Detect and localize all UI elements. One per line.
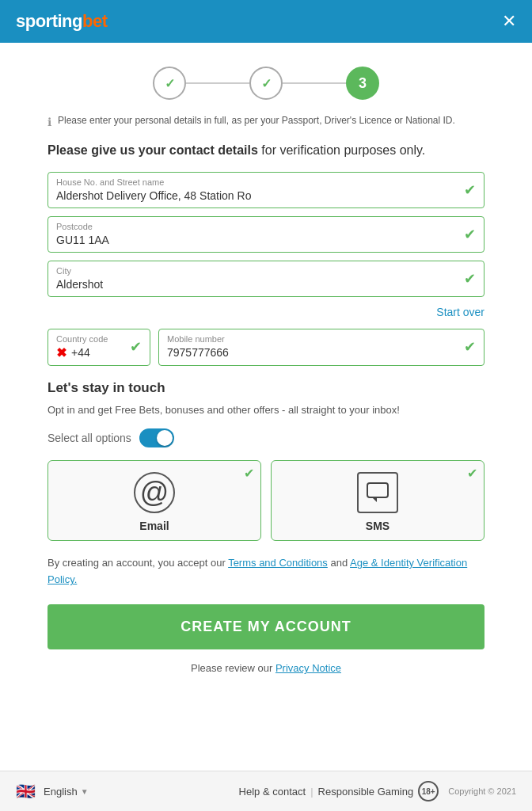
city-check-icon: ✔ — [464, 270, 476, 287]
info-box: ℹ Please enter your personal details in … — [48, 114, 484, 131]
responsible-gaming-link[interactable]: Responsible Gaming — [318, 786, 414, 798]
copyright: Copyright © 2021 — [448, 786, 516, 796]
sms-label: SMS — [366, 520, 390, 532]
stay-touch-text: Opt in and get Free Bets, bonuses and ot… — [48, 402, 484, 418]
select-all-row: Select all options — [48, 428, 484, 447]
step-3-label: 3 — [359, 75, 367, 92]
email-icon: @ — [134, 472, 175, 513]
address-field[interactable]: House No. and Street name Aldershot Deli… — [48, 172, 484, 208]
mobile-number-label: Mobile number — [167, 334, 455, 344]
country-code-value: +44 — [71, 346, 90, 359]
start-over-container: Start over — [48, 305, 484, 319]
address-value: Aldershot Delivery Office, 48 Station Ro — [56, 189, 251, 202]
language-label: English — [44, 786, 78, 798]
svg-rect-0 — [367, 483, 388, 497]
address-check-icon: ✔ — [464, 181, 476, 199]
step-2-checkmark: ✓ — [261, 76, 272, 91]
contact-heading-bold: Please give us your contact details — [48, 143, 258, 157]
step-3: 3 — [346, 67, 379, 100]
privacy-text: Please review our Privacy Notice — [48, 662, 484, 674]
select-all-label: Select all options — [48, 432, 131, 444]
help-contact-link[interactable]: Help & contact — [239, 786, 306, 798]
privacy-link[interactable]: Privacy Notice — [276, 662, 341, 674]
toggle-knob — [157, 430, 173, 446]
info-text: Please enter your personal details in fu… — [58, 114, 455, 128]
contact-options: ✔ @ Email ✔ SMS — [48, 460, 484, 541]
select-all-toggle[interactable] — [139, 428, 174, 447]
start-over-link[interactable]: Start over — [436, 306, 484, 318]
x-flag-icon: ✖ — [56, 345, 66, 360]
terms-text: By creating an account, you accept our T… — [48, 555, 484, 588]
stay-touch-heading: Let's stay in touch — [48, 380, 484, 396]
city-value: Aldershot — [56, 278, 103, 291]
step-line-2 — [283, 82, 346, 84]
logo: sportingbet — [16, 11, 108, 32]
postcode-check-icon: ✔ — [464, 226, 476, 243]
footer-separator: | — [310, 786, 313, 798]
logo-sporting: sporting — [16, 11, 82, 31]
footer-links: Help & contact | Responsible Gaming 18+ … — [239, 781, 516, 801]
country-code-label: Country code — [56, 334, 121, 344]
postcode-label: Postcode — [56, 222, 455, 231]
phone-row: Country code ✖ +44 ✔ Mobile number 79757… — [48, 329, 484, 366]
header: sportingbet ✕ — [0, 0, 532, 43]
steps-progress: ✓ ✓ 3 — [48, 67, 484, 100]
terms-link[interactable]: Terms and Conditions — [228, 557, 328, 569]
age-badge: 18+ — [418, 781, 439, 801]
privacy-prefix: Please review our — [191, 662, 276, 674]
city-field[interactable]: City Aldershot ✔ — [48, 261, 484, 297]
country-code-field[interactable]: Country code ✖ +44 ✔ — [48, 329, 150, 366]
sms-option[interactable]: ✔ SMS — [271, 460, 484, 541]
mobile-number-field[interactable]: Mobile number 7975777666 ✔ — [158, 329, 484, 366]
contact-heading-normal: for verification purposes only. — [258, 143, 425, 157]
email-check-icon: ✔ — [244, 466, 254, 481]
mobile-check-icon: ✔ — [464, 338, 476, 356]
contact-heading: Please give us your contact details for … — [48, 142, 484, 159]
email-option[interactable]: ✔ @ Email — [48, 460, 261, 541]
country-check-icon: ✔ — [130, 338, 142, 356]
language-selector[interactable]: English ▼ — [44, 786, 89, 798]
step-line-1 — [186, 82, 249, 84]
postcode-value: GU11 1AA — [56, 234, 109, 246]
sms-icon — [357, 472, 398, 513]
create-account-button[interactable]: CREATE MY ACCOUNT — [48, 604, 484, 649]
info-icon: ℹ — [48, 115, 51, 131]
close-button[interactable]: ✕ — [502, 13, 516, 30]
step-1: ✓ — [153, 67, 186, 100]
terms-prefix: By creating an account, you accept our — [48, 557, 228, 569]
terms-middle: and — [328, 557, 350, 569]
flag-icon: 🇬🇧 — [16, 782, 36, 801]
logo-bet: bet — [82, 11, 108, 31]
mobile-number-value: 7975777666 — [167, 346, 229, 359]
main-content: ✓ ✓ 3 ℹ Please enter your personal detai… — [0, 43, 532, 771]
city-label: City — [56, 266, 455, 276]
step-1-checkmark: ✓ — [165, 76, 175, 91]
country-code-value-row: ✖ +44 — [56, 345, 121, 360]
postcode-field[interactable]: Postcode GU11 1AA ✔ — [48, 216, 484, 253]
chevron-down-icon: ▼ — [81, 787, 89, 796]
step-2: ✓ — [249, 67, 283, 100]
sms-check-icon: ✔ — [467, 466, 477, 481]
footer: 🇬🇧 English ▼ Help & contact | Responsibl… — [0, 771, 532, 811]
address-label: House No. and Street name — [56, 177, 455, 187]
email-label: Email — [139, 520, 169, 532]
